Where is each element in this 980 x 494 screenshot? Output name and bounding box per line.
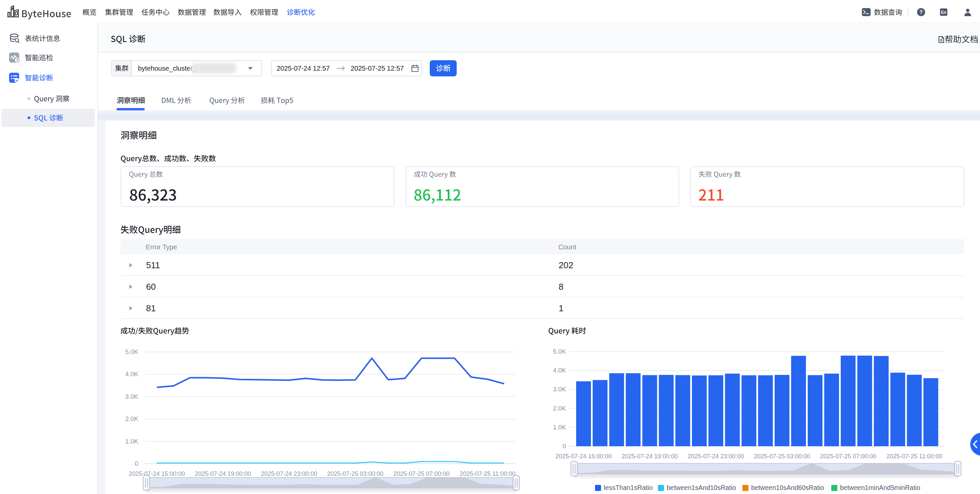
svg-text:4.0K: 4.0K (125, 370, 138, 378)
svg-text:2.0K: 2.0K (125, 415, 138, 423)
svg-text:5.0K: 5.0K (125, 348, 138, 355)
svg-text:2025-07-24 15:00:00: 2025-07-24 15:00:00 (129, 470, 185, 477)
svg-text:2025-07-24 19:00:00: 2025-07-24 19:00:00 (622, 453, 678, 460)
svg-text:2025-07-24 23:00:00: 2025-07-24 23:00:00 (261, 470, 317, 477)
svg-text:lessThan1sRatio: lessThan1sRatio (604, 484, 652, 491)
svg-text:2025-07-24 19:00:00: 2025-07-24 19:00:00 (195, 470, 251, 477)
svg-text:2025-07-25 11:00:00: 2025-07-25 11:00:00 (886, 453, 942, 460)
svg-text:2.0K: 2.0K (553, 405, 566, 412)
svg-text:?: ? (920, 10, 923, 15)
svg-text:2025-07-24 15:00:00: 2025-07-24 15:00:00 (555, 453, 611, 460)
svg-text:2025-07-25 11:00:00: 2025-07-25 11:00:00 (460, 470, 515, 477)
svg-text:5.0K: 5.0K (553, 348, 566, 355)
svg-text:2025-07-25 07:00:00: 2025-07-25 07:00:00 (820, 453, 877, 460)
svg-text:4.0K: 4.0K (553, 367, 566, 374)
svg-text:2025-07-25 07:00:00: 2025-07-25 07:00:00 (393, 470, 450, 477)
svg-text:1.0K: 1.0K (553, 424, 566, 431)
svg-text:0: 0 (135, 460, 138, 467)
svg-text:2025-07-24 23:00:00: 2025-07-24 23:00:00 (688, 453, 744, 460)
svg-text:2025-07-25 03:00:00: 2025-07-25 03:00:00 (327, 470, 383, 477)
svg-text:3.0K: 3.0K (125, 393, 138, 400)
svg-text:1.0K: 1.0K (125, 438, 138, 445)
svg-text:3.0K: 3.0K (553, 386, 566, 393)
svg-text:between1minAnd5minRatio: between1minAnd5minRatio (840, 484, 920, 491)
svg-text:0: 0 (562, 443, 566, 450)
svg-text:between10sAnd60sRatio: between10sAnd60sRatio (751, 484, 824, 491)
svg-text:between1sAnd10sRatio: between1sAnd10sRatio (667, 484, 736, 491)
svg-text:2025-07-25 03:00:00: 2025-07-25 03:00:00 (754, 453, 810, 460)
svg-text:En: En (941, 10, 947, 15)
